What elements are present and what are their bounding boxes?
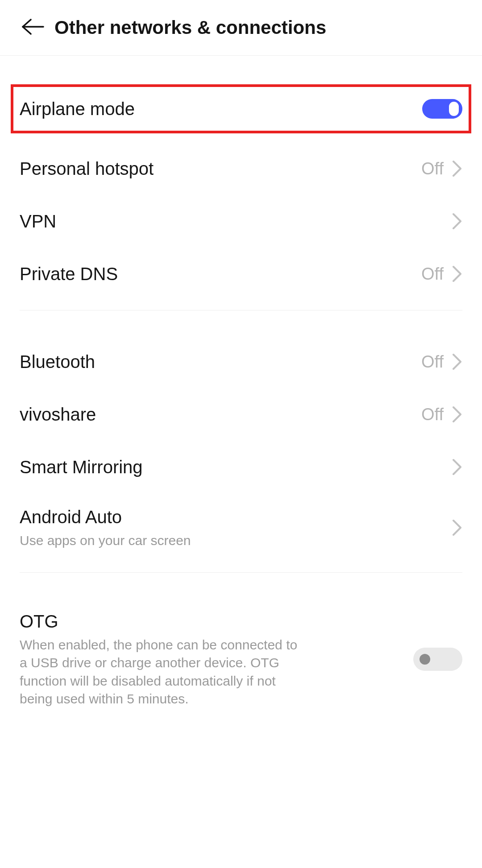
- private-dns-label: Private DNS: [20, 263, 421, 285]
- bluetooth-value: Off: [421, 352, 444, 372]
- row-android-auto[interactable]: Android Auto Use apps on your car screen: [20, 493, 462, 562]
- row-vpn[interactable]: VPN: [20, 195, 462, 248]
- otg-label: OTG: [20, 610, 413, 632]
- row-vivoshare[interactable]: vivoshare Off: [20, 388, 462, 441]
- header: Other networks & connections: [0, 0, 482, 56]
- chevron-right-icon: [452, 458, 462, 476]
- highlight-airplane-mode: Airplane mode: [11, 84, 471, 133]
- personal-hotspot-label: Personal hotspot: [20, 157, 421, 180]
- row-otg[interactable]: OTG When enabled, the phone can be conne…: [20, 598, 462, 721]
- row-bluetooth[interactable]: Bluetooth Off: [20, 335, 462, 388]
- android-auto-sublabel: Use apps on your car screen: [20, 532, 305, 550]
- bluetooth-label: Bluetooth: [20, 351, 421, 373]
- otg-sublabel: When enabled, the phone can be connected…: [20, 636, 305, 708]
- chevron-right-icon: [452, 160, 462, 178]
- back-button[interactable]: [20, 14, 46, 41]
- private-dns-value: Off: [421, 265, 444, 284]
- section-divider: [20, 572, 462, 573]
- chevron-right-icon: [452, 405, 462, 423]
- android-auto-label: Android Auto: [20, 506, 452, 528]
- personal-hotspot-value: Off: [421, 159, 444, 178]
- vivoshare-value: Off: [421, 405, 444, 424]
- chevron-right-icon: [452, 265, 462, 283]
- otg-toggle[interactable]: [413, 648, 462, 671]
- page-title: Other networks & connections: [54, 17, 326, 38]
- chevron-right-icon: [452, 519, 462, 537]
- content: Airplane mode Personal hotspot Off VPN: [0, 56, 482, 721]
- row-airplane-mode[interactable]: Airplane mode: [20, 95, 462, 123]
- chevron-right-icon: [452, 212, 462, 230]
- smart-mirroring-label: Smart Mirroring: [20, 456, 452, 478]
- row-private-dns[interactable]: Private DNS Off: [20, 248, 462, 300]
- chevron-right-icon: [452, 353, 462, 371]
- section-divider: [20, 310, 462, 310]
- airplane-mode-toggle[interactable]: [422, 99, 462, 119]
- vivoshare-label: vivoshare: [20, 403, 421, 426]
- row-personal-hotspot[interactable]: Personal hotspot Off: [20, 142, 462, 195]
- row-smart-mirroring[interactable]: Smart Mirroring: [20, 441, 462, 493]
- airplane-mode-label: Airplane mode: [20, 98, 422, 120]
- vpn-label: VPN: [20, 210, 452, 232]
- back-arrow-icon: [21, 18, 45, 37]
